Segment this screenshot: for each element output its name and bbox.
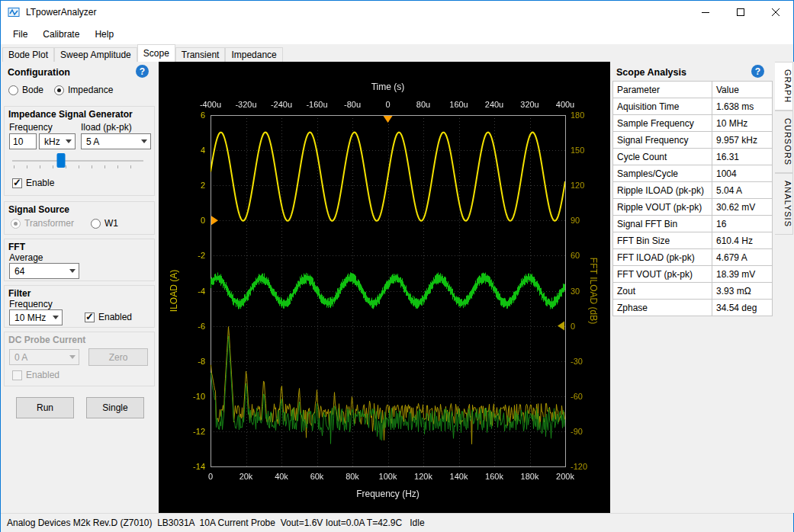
close-button[interactable]	[758, 1, 793, 24]
analysis-parameter: Zphase	[613, 300, 712, 316]
analysis-parameter: Signal Frequency	[613, 132, 712, 149]
fft-average-select[interactable]: 64	[9, 263, 79, 279]
slider-ticks	[14, 165, 142, 168]
window-title: LTpowerAnalyzer	[26, 7, 96, 18]
table-row: FFT VOUT (pk-pk)18.39 mV	[613, 266, 773, 283]
slider-handle[interactable]	[56, 153, 65, 168]
single-button[interactable]: Single	[86, 397, 144, 418]
chevron-down-icon	[69, 355, 76, 359]
slider-track	[12, 160, 143, 162]
iload-slider	[12, 152, 143, 171]
help-icon-analysis[interactable]	[751, 65, 764, 78]
table-row: Signal FFT Bin16	[613, 216, 773, 232]
iload-label: Iload (pk-pk)	[81, 122, 132, 133]
mode-radio-group: Bode Impedance	[8, 85, 113, 95]
menu-item-calibrate[interactable]: Calibrate	[35, 26, 87, 43]
signal-source-title: Signal Source	[8, 204, 69, 215]
tab-impedance[interactable]: Impedance	[225, 47, 282, 62]
analysis-parameter: FFT ILOAD (pk-pk)	[613, 249, 712, 266]
analysis-value: 3.93 mΩ	[712, 283, 773, 300]
side-tab-cursors[interactable]: CURSORS	[775, 111, 793, 173]
radio-impedance-circle	[54, 85, 64, 95]
analysis-parameter: FFT Bin Size	[613, 232, 712, 249]
dc-probe-group: DC Probe Current 0 A Zero Enabled	[4, 332, 155, 386]
tab-sweep-amplitude[interactable]: Sweep Amplitude	[54, 47, 137, 62]
impedance-signal-generator-group: Impedance Signal Generator Frequency Ilo…	[4, 106, 155, 196]
analysis-value: 1.638 ms	[712, 98, 773, 115]
generator-title: Impedance Signal Generator	[8, 109, 133, 120]
analysis-column-header: Value	[712, 82, 773, 98]
analysis-value: 610.4 Hz	[712, 232, 773, 249]
iload-value: 5 A	[86, 136, 99, 147]
radio-transformer: Transformer	[11, 218, 74, 229]
radio-bode[interactable]: Bode	[8, 85, 43, 95]
tab-transient[interactable]: Transient	[175, 47, 226, 62]
analysis-table-header-row: ParameterValue	[613, 82, 773, 98]
titlebar[interactable]: LTpowerAnalyzer	[1, 1, 793, 24]
radio-bode-circle	[8, 85, 18, 95]
dc-probe-select: 0 A	[9, 349, 79, 365]
table-row: Aquisition Time1.638 ms	[613, 98, 773, 115]
analysis-value: 1004	[712, 165, 773, 182]
dc-probe-title: DC Probe Current	[8, 335, 85, 345]
table-row: FFT Bin Size610.4 Hz	[613, 232, 773, 249]
maximize-button[interactable]	[723, 1, 758, 24]
close-icon	[772, 5, 780, 19]
checkbox-box	[85, 312, 95, 322]
filter-title: Filter	[8, 288, 31, 299]
filter-frequency-select[interactable]: 10 MHz	[9, 309, 63, 325]
analysis-value: 4.679 A	[712, 249, 773, 266]
status-bar: Analog Devices M2k Rev.D (Z7010) LB3031A…	[1, 513, 793, 532]
help-icon-config[interactable]	[136, 65, 149, 78]
tab-scope[interactable]: Scope	[137, 44, 175, 62]
radio-transformer-circle	[11, 219, 21, 229]
analysis-parameter: Cycle Count	[613, 149, 712, 165]
table-row: Cycle Count16.31	[613, 149, 773, 165]
scope-canvas[interactable]	[159, 62, 610, 513]
fft-average-value: 64	[14, 266, 24, 277]
iload-select[interactable]: 5 A	[81, 133, 151, 149]
tab-strip: Bode PlotSweep AmplitudeScopeTransientIm…	[1, 44, 793, 62]
analysis-value: 10 MHz	[712, 115, 773, 132]
table-row: Sample Frequency10 MHz	[613, 115, 773, 132]
menu-item-help[interactable]: Help	[87, 26, 121, 43]
dc-probe-enabled-checkbox: Enabled	[12, 370, 59, 380]
app-icon	[8, 6, 20, 18]
tab-bode-plot[interactable]: Bode Plot	[2, 47, 54, 62]
table-row: FFT ILOAD (pk-pk)4.679 A	[613, 249, 773, 266]
side-tab-graph[interactable]: GRAPH	[775, 62, 793, 111]
app-window: LTpowerAnalyzer FileCalibrateHelp Bode P…	[0, 0, 794, 532]
frequency-input[interactable]	[9, 133, 37, 149]
analysis-column-header: Parameter	[613, 82, 712, 98]
window-controls	[688, 1, 793, 24]
dc-probe-value: 0 A	[14, 352, 27, 363]
table-row: Samples/Cycle1004	[613, 165, 773, 182]
analysis-parameter: FFT VOUT (pk-pk)	[613, 266, 712, 283]
chevron-down-icon	[69, 269, 76, 273]
analysis-value: 34.54 deg	[712, 300, 773, 316]
table-row: Zout3.93 mΩ	[613, 283, 773, 300]
run-button[interactable]: Run	[16, 397, 74, 418]
table-row: Ripple ILOAD (pk-pk)5.04 A	[613, 182, 773, 199]
table-row: Signal Frequency9.957 kHz	[613, 132, 773, 149]
chevron-down-icon	[53, 316, 59, 319]
menu-item-file[interactable]: File	[5, 26, 35, 43]
fft-average-label: Average	[9, 252, 43, 263]
filter-frequency-label: Frequency	[9, 299, 53, 309]
fft-title: FFT	[8, 242, 25, 252]
side-tab-strip: GRAPHCURSORSANALYSIS	[775, 62, 794, 513]
radio-impedance[interactable]: Impedance	[54, 85, 113, 95]
radio-w1[interactable]: W1	[91, 218, 118, 229]
analysis-parameter: Zout	[613, 283, 712, 300]
analysis-value: 9.957 kHz	[712, 132, 773, 149]
radio-w1-circle	[91, 219, 101, 229]
chevron-down-icon	[141, 139, 147, 143]
filter-enabled-checkbox[interactable]: Enabled	[85, 312, 132, 322]
analysis-table-body: Aquisition Time1.638 msSample Frequency1…	[613, 98, 773, 316]
enable-checkbox[interactable]: Enable	[12, 178, 54, 188]
minimize-button[interactable]	[688, 1, 723, 24]
table-row: Zphase34.54 deg	[613, 300, 773, 316]
frequency-unit-value: kHz	[44, 136, 60, 147]
frequency-unit-select[interactable]: kHz	[39, 133, 76, 149]
side-tab-analysis[interactable]: ANALYSIS	[775, 173, 793, 235]
